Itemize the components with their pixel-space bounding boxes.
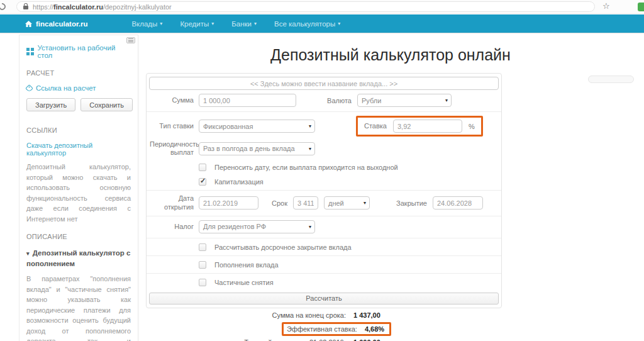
nav-item-banki[interactable]: Банки▾ xyxy=(231,20,257,28)
divider xyxy=(147,190,501,191)
download-description: Депозитный калькулятор, который можно ск… xyxy=(26,162,131,224)
nav-menu: Вклады▾ Кредиты▾ Банки▾ Все калькуляторы… xyxy=(131,20,340,28)
chevron-down-icon: ▾ xyxy=(338,21,340,26)
nav-item-label: Кредиты xyxy=(180,20,209,28)
end-sum-label: Сумма на конец срока: xyxy=(146,311,353,319)
nav-item-all-calculators[interactable]: Все калькуляторы▾ xyxy=(274,20,340,28)
description-title[interactable]: ▾ Депозитный калькулятор с пополнением xyxy=(26,248,131,269)
rate-highlight-box: Ставка % xyxy=(356,116,483,137)
topup-label: Пополнения вклада xyxy=(214,261,279,269)
select-caret-icon: ▾ xyxy=(309,123,311,129)
open-date-label: Дата открытия xyxy=(150,194,194,211)
effective-rate-highlight-box: Эффективная ставка: 4,68% xyxy=(282,322,391,336)
early-close-checkbox[interactable] xyxy=(199,243,206,251)
end-sum-row: Сумма на конец срока: 1 437,00 xyxy=(146,311,502,319)
nav-item-label: Все калькуляторы xyxy=(274,20,335,28)
move-date-checkbox[interactable] xyxy=(199,164,206,171)
end-sum-value: 1 437,00 xyxy=(353,311,380,319)
nav-item-vklady[interactable]: Вклады▾ xyxy=(131,20,162,28)
rate-input[interactable] xyxy=(393,120,462,133)
close-date-label: Закрытие xyxy=(370,199,433,207)
tax-value: Для резидентов РФ xyxy=(203,223,266,230)
chevron-down-icon: ▾ xyxy=(26,250,30,257)
chevron-down-icon: ▾ xyxy=(211,21,214,26)
page-title: Депозитный калькулятор онлайн xyxy=(146,46,635,64)
install-desktop-link[interactable]: Установить на рабочий стол xyxy=(26,44,131,59)
sum-input[interactable] xyxy=(199,94,296,107)
current-balance-row: Текущий остаток на 21.02.2019: 1 000,00 xyxy=(146,338,502,341)
term-unit-value: дней xyxy=(328,199,344,207)
term-label: Срок xyxy=(258,199,293,207)
effective-rate-value: 4,68% xyxy=(365,325,384,333)
currency-value: Рубли xyxy=(362,97,381,104)
url-scheme: https:// xyxy=(33,3,53,11)
currency-select[interactable]: Рубли ▾ xyxy=(357,94,452,107)
move-date-checkbox-row: Переносить дату, если выплата приходится… xyxy=(147,164,501,171)
periodicity-label: Периодичность выплат xyxy=(150,140,194,157)
calc-buttons: Загрузить Сохранить xyxy=(26,98,131,111)
nav-item-label: Вклады xyxy=(131,20,157,28)
address-bar[interactable]: https://fincalculator.ru/depozitnyj-kalk… xyxy=(16,1,595,12)
right-panel-widget xyxy=(588,75,634,83)
divider xyxy=(147,216,501,216)
calc-link[interactable]: Ссылка на расчет xyxy=(26,84,131,92)
url-domain: fincalculator.ru xyxy=(53,3,103,11)
topup-checkbox-row: Пополнения вклада xyxy=(147,261,501,269)
section-heading-links: ССЫЛКИ xyxy=(26,126,131,134)
select-caret-icon: ▾ xyxy=(309,224,311,230)
dates-row: Дата открытия Срок дней ▾ Закрытие xyxy=(147,194,501,211)
nav-item-label: Банки xyxy=(231,20,252,28)
periodicity-value: Раз в полгода в день вклада xyxy=(203,145,295,152)
nav-item-kredity[interactable]: Кредиты▾ xyxy=(180,20,214,28)
tax-select[interactable]: Для резидентов РФ ▾ xyxy=(199,220,315,233)
rate-type-select[interactable]: Фиксированная ▾ xyxy=(199,120,315,133)
drag-handle-icon[interactable] xyxy=(126,37,135,43)
open-date-input[interactable] xyxy=(199,196,258,210)
early-close-checkbox-row: Рассчитывать досрочное закрытие вклада xyxy=(147,243,501,251)
effective-rate-row: Эффективная ставка: 4,68% xyxy=(146,320,502,337)
periodicity-row: Периодичность выплат Раз в полгода в ден… xyxy=(147,140,501,157)
site-brand-label: fincalculator.ru xyxy=(36,20,87,28)
install-desktop-label: Установить на рабочий стол xyxy=(38,44,131,59)
capitalization-label: Капитализация xyxy=(214,178,264,186)
section-heading-description: ОПИСАНИЕ xyxy=(26,233,131,240)
capitalization-checkbox[interactable] xyxy=(199,178,206,186)
home-icon xyxy=(25,21,32,27)
deposit-form: Сумма Валюта Рубли ▾ Тип ставки Фиксиров… xyxy=(146,73,502,308)
term-unit-select[interactable]: дней ▾ xyxy=(324,196,370,210)
download-calculator-link[interactable]: Скачать депозитный калькулятор xyxy=(26,142,131,157)
calc-link-label: Ссылка на расчет xyxy=(36,84,96,92)
extension-icon[interactable] xyxy=(638,3,644,11)
topup-checkbox[interactable] xyxy=(199,261,206,269)
chevron-down-icon: ▾ xyxy=(254,21,257,26)
withdraw-checkbox[interactable] xyxy=(199,279,206,286)
reload-icon[interactable] xyxy=(0,2,7,11)
withdraw-checkbox-row: Частичные снятия xyxy=(147,279,501,286)
save-button[interactable]: Сохранить xyxy=(80,98,133,111)
divider xyxy=(147,273,501,274)
site-brand[interactable]: fincalculator.ru xyxy=(25,20,87,28)
chevron-down-icon: ▾ xyxy=(160,21,162,26)
close-date-input[interactable] xyxy=(433,196,483,210)
term-input[interactable] xyxy=(293,196,318,210)
current-balance-label: Текущий остаток на 21.02.2019: xyxy=(146,338,353,341)
main-content: Депозитный калькулятор онлайн Сумма Валю… xyxy=(146,35,635,341)
description-title-label: Депозитный калькулятор с пополнением xyxy=(26,249,130,267)
tag-icon xyxy=(25,84,33,92)
results: Сумма на конец срока: 1 437,00 Эффективн… xyxy=(146,311,502,341)
tax-label: Налог xyxy=(150,223,194,231)
rate-type-value: Фиксированная xyxy=(203,123,253,130)
bookmark-star-icon[interactable]: ☆ xyxy=(602,1,610,11)
current-balance-value: 1 000,00 xyxy=(353,338,380,341)
load-button[interactable]: Загрузить xyxy=(26,98,75,111)
grid-icon xyxy=(26,48,34,55)
deposit-name-input[interactable] xyxy=(149,77,499,90)
select-caret-icon: ▾ xyxy=(309,146,311,152)
withdraw-label: Частичные снятия xyxy=(214,279,274,286)
select-caret-icon: ▾ xyxy=(364,200,366,206)
calculate-button[interactable]: Рассчитать xyxy=(149,293,499,305)
sum-label: Сумма xyxy=(150,96,194,104)
section-heading-calc: РАСЧЕТ xyxy=(26,69,131,77)
periodicity-select[interactable]: Раз в полгода в день вклада ▾ xyxy=(199,142,315,155)
currency-label: Валюта xyxy=(296,97,352,104)
